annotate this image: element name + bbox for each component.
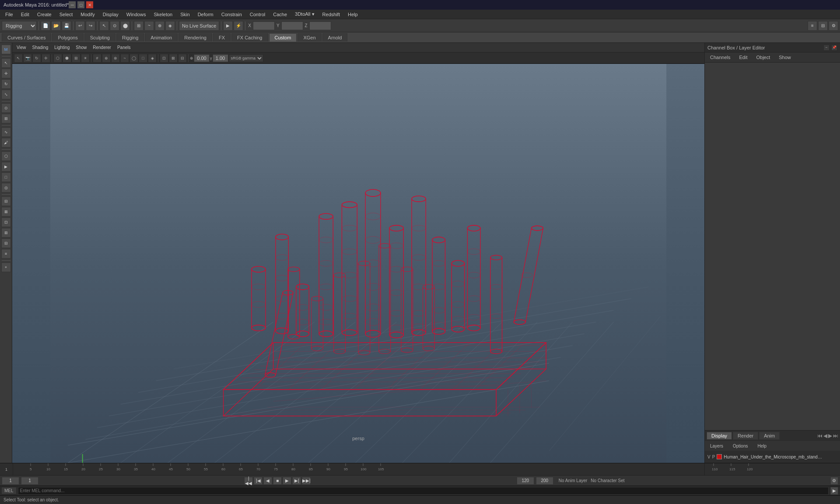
tab-polygons[interactable]: Polygons [52,33,83,42]
layer-visibility-p[interactable]: P [712,455,715,459]
rp-tab-object[interactable]: Object [752,54,774,61]
rp-tab-edit[interactable]: Edit [735,54,751,61]
rp-tab-show[interactable]: Show [775,54,794,61]
menu-help[interactable]: Help [344,11,361,18]
channel-box-toggle[interactable]: ≡ [808,21,817,31]
tab-fx[interactable]: FX [213,33,231,42]
vp-exposure-input[interactable] [194,54,210,62]
vp-subdiv-btn[interactable]: ◈ [148,54,157,63]
vp-select-btn[interactable]: ↖ [14,54,23,63]
vp-joints-btn[interactable]: ⊕ [102,54,111,63]
vp-camera-btn[interactable]: 📷 [23,54,32,63]
close-button[interactable]: ✕ [86,1,93,8]
vp-polys-btn[interactable]: □ [139,54,147,63]
rp-nav-prev[interactable]: ◀ [823,433,827,439]
step-forward-button[interactable]: ▶| [292,477,301,485]
rp-nav-last[interactable]: ⏭ [833,433,838,439]
render-setup-left[interactable]: ▶ [1,162,11,172]
rp-options-tab[interactable]: Options [729,443,751,449]
maya-home-button[interactable]: M [1,45,11,54]
timeline-start-input[interactable] [2,477,19,485]
vp-tumble-btn[interactable]: ↻ [32,54,41,63]
tab-rigging[interactable]: Rigging [116,33,144,42]
layer-visibility-v[interactable]: V [707,455,710,459]
rp-render-tab[interactable]: Render [733,432,758,440]
vp-menu-view[interactable]: View [14,45,29,50]
vp-smooth-btn[interactable]: ⬢ [63,54,71,63]
vp-menu-lighting[interactable]: Lighting [52,45,72,50]
stop-button[interactable]: ■ [273,477,282,485]
tab-curves-surfaces[interactable]: Curves / Surfaces [2,33,51,42]
menu-file[interactable]: File [2,11,17,18]
render-button[interactable]: ▶ [223,21,233,31]
menu-skin[interactable]: Skin [177,11,193,18]
snap-view-button[interactable]: ◈ [165,21,175,31]
vp-menu-renderer[interactable]: Renderer [90,45,114,50]
scale-tool-left[interactable]: ⤡ [1,90,11,99]
menu-cache[interactable]: Cache [270,11,290,18]
rigging-tool3[interactable]: ⊡ [1,217,11,227]
vp-grid-btn[interactable]: # [93,54,102,63]
vp-pan-btn[interactable]: ✛ [42,54,50,63]
save-scene-button[interactable]: 💾 [62,21,71,31]
tab-fx-caching[interactable]: FX Caching [231,33,268,42]
vp-nurbssurfs-btn[interactable]: ◯ [130,54,138,63]
timeline-end-input2[interactable] [536,477,553,485]
open-scene-button[interactable]: 📂 [51,21,61,31]
show-manip-left[interactable]: ⊞ [1,114,11,123]
mode-dropdown[interactable]: Rigging Animation Modeling [2,21,37,31]
select-tool-button[interactable]: ↖ [99,21,109,31]
menu-modify[interactable]: Modify [77,11,98,18]
display-layer-left[interactable]: ⬡ [1,151,11,161]
x-input[interactable] [253,21,275,30]
rigging-tool4[interactable]: ⊞ [1,228,11,238]
paint-tool-left[interactable]: 🖌 [1,138,11,147]
vp-light-btn[interactable]: ☀ [81,54,90,63]
menu-select[interactable]: Select [56,11,77,18]
vp-wireframe-btn[interactable]: ⬡ [53,54,62,63]
rigging-tool2[interactable]: ⊠ [1,207,11,217]
menu-display[interactable]: Display [99,11,122,18]
tab-custom[interactable]: Custom [269,33,297,42]
menu-control[interactable]: Control [246,11,269,18]
move-tool-left[interactable]: ✛ [1,69,11,78]
vp-resolution-btn[interactable]: ⊠ [169,54,178,63]
attr-editor-toggle[interactable]: ⊟ [818,21,828,31]
rp-display-tab[interactable]: Display [707,432,732,440]
rp-nav-first[interactable]: ⏮ [817,433,822,439]
vp-curves-btn[interactable]: ~ [120,54,129,63]
soft-modify-left[interactable]: ⊙ [1,103,11,113]
minimize-button[interactable]: ─ [69,1,76,8]
extra-tool1[interactable]: + [1,262,11,272]
current-frame-input[interactable] [21,477,38,485]
jump-start-button[interactable]: |◀◀ [244,477,253,485]
z-input[interactable] [309,21,331,30]
step-back-button[interactable]: |◀ [254,477,262,485]
rigging-tool1[interactable]: ⊟ [1,196,11,206]
redo-button[interactable]: ↪ [86,21,95,31]
menu-edit[interactable]: Edit [18,11,33,18]
select-tool-left[interactable]: ↖ [1,58,11,68]
vp-ik-btn[interactable]: ⊗ [111,54,120,63]
lasso-select-left[interactable]: ∿ [1,127,11,137]
timeline-ruler[interactable]: 5 10 15 20 25 30 35 40 45 50 5 [13,463,704,475]
no-live-surface-button[interactable]: No Live Surface [179,21,219,31]
tab-sculpting[interactable]: Sculpting [84,33,116,42]
vp-color-mode-select[interactable]: sRGB gamma [229,54,263,62]
rigging-tool5[interactable]: ⊟ [1,238,11,248]
viewport-3d[interactable]: persp [12,64,704,463]
menu-constrain[interactable]: Constrain [218,11,245,18]
tab-animation[interactable]: Animation [145,33,178,42]
jump-end-button[interactable]: ▶▶| [302,477,311,485]
mel-execute-button[interactable]: ▶ [830,487,838,495]
vp-safe-title-btn[interactable]: ⊟ [178,54,187,63]
menu-3dtooall[interactable]: 3DtoAll ▾ [291,10,318,18]
menu-create[interactable]: Create [34,11,55,18]
snap-point-button[interactable]: ⊕ [155,21,164,31]
vp-cam-gate-btn[interactable]: ⊡ [160,54,168,63]
vp-gamma-input[interactable] [213,54,228,62]
paint-select-button[interactable]: ⬤ [120,21,130,31]
tab-xgen[interactable]: XGen [298,33,321,42]
undo-button[interactable]: ↩ [75,21,85,31]
tab-arnold[interactable]: Arnold [322,33,348,42]
